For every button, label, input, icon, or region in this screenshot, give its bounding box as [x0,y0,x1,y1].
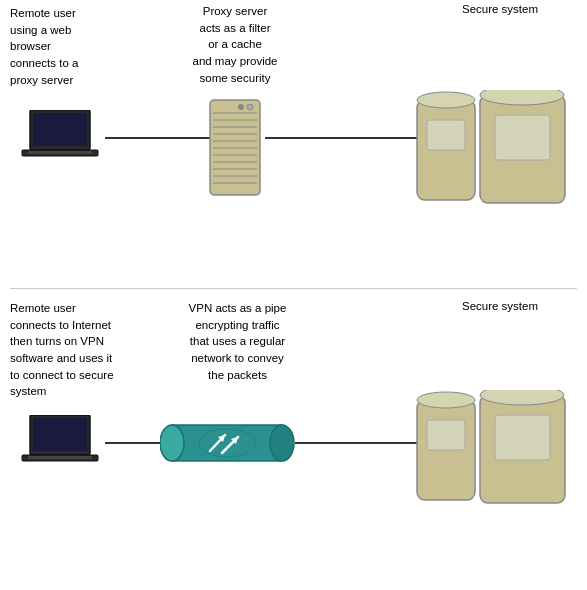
svg-rect-28 [172,425,282,461]
section-divider [10,288,577,289]
svg-point-17 [238,104,244,110]
svg-rect-23 [495,115,550,160]
svg-point-19 [417,92,475,108]
bottom-laptop [20,415,105,475]
svg-point-16 [247,104,253,110]
top-laptop [20,110,105,170]
top-line-1 [105,137,220,139]
top-line-2 [265,137,425,139]
top-proxy-label: Proxy server acts as a filter or a cache… [170,3,300,86]
top-diagram: Remote user using a web browser connects… [0,0,587,290]
svg-rect-1 [33,113,87,146]
top-proxy-tower [205,95,265,205]
svg-rect-20 [427,120,465,150]
vpn-pipe [160,413,295,473]
bottom-secure-label: Secure system [430,300,570,312]
bottom-diagram: Remote user connects to Internet then tu… [0,295,587,585]
bottom-vpn-label: VPN acts as a pipe encrypting traffic th… [165,300,310,383]
bottom-line-2 [295,442,418,444]
top-secure-label: Secure system [430,3,570,15]
svg-point-37 [417,392,475,408]
bottom-remote-user-label: Remote user connects to Internet then tu… [10,300,140,400]
svg-rect-27 [28,456,92,459]
top-secure-system [415,90,570,210]
svg-rect-25 [33,418,87,451]
svg-point-30 [270,425,294,461]
bottom-secure-system [415,390,570,510]
svg-rect-38 [427,420,465,450]
top-remote-user-label: Remote user using a web browser connects… [10,5,130,88]
svg-rect-3 [28,151,92,154]
svg-rect-41 [495,415,550,460]
svg-point-29 [160,425,184,461]
